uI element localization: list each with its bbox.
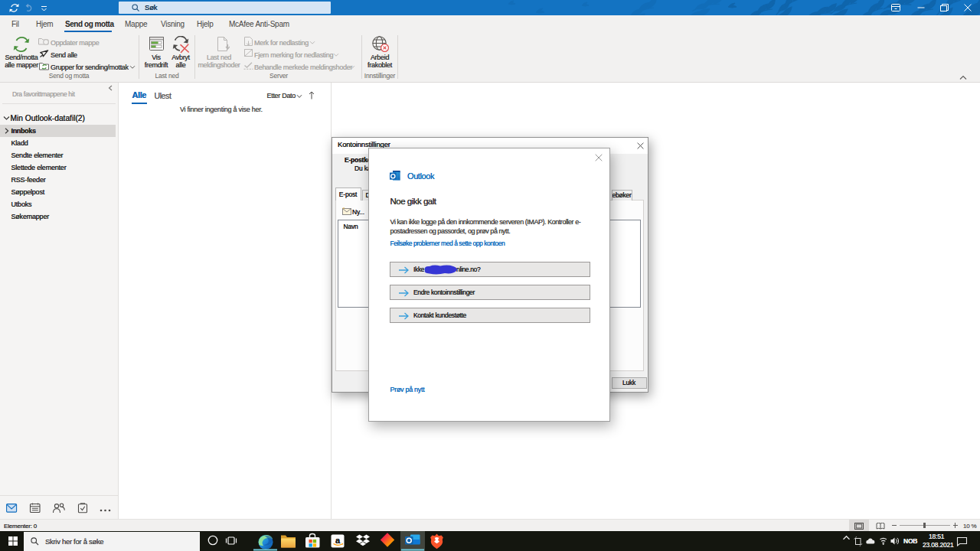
- svg-text:a: a: [335, 536, 341, 545]
